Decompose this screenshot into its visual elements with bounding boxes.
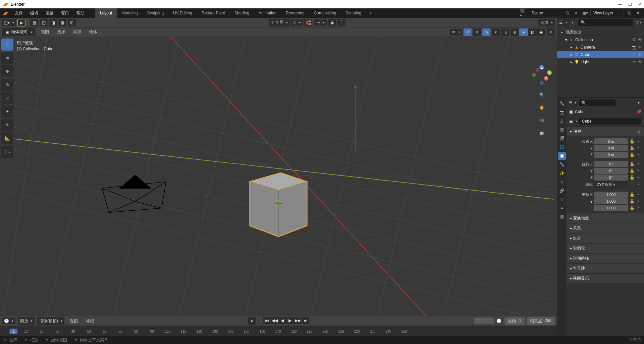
outliner-editor-selector[interactable]: ☰: [559, 19, 567, 26]
editor-type-selector[interactable]: ⬚▾: [2, 19, 16, 26]
scene-delete-button[interactable]: ✕: [573, 10, 580, 16]
proptab-viewlayer[interactable]: ▦: [558, 126, 566, 134]
pivot-point[interactable]: ⊙: [291, 19, 303, 26]
rotation-mode-field[interactable]: XYZ 欧拉: [594, 181, 628, 188]
panel-视图显示-header[interactable]: ▸ 视图显示: [567, 274, 644, 283]
overlay-settings[interactable]: ▾: [492, 28, 500, 36]
tab-texture-paint[interactable]: Texture Paint: [197, 8, 230, 18]
location-y-field[interactable]: 0 m: [594, 145, 628, 151]
timeline-keying[interactable]: 抠像(插帧): [37, 317, 64, 325]
snap-settings[interactable]: ⌐¬: [314, 19, 327, 26]
light-visibility-toggle[interactable]: 👁: [638, 60, 642, 64]
lock-rotation-x[interactable]: 🔓: [629, 162, 635, 166]
pan-gizmo-icon[interactable]: ✋: [537, 103, 546, 112]
proptab-object[interactable]: ▣: [558, 152, 566, 160]
viewlayer-delete-button[interactable]: ✕: [635, 10, 641, 16]
shading-material[interactable]: ◐: [528, 28, 537, 36]
tool-measure[interactable]: 📐: [1, 132, 13, 144]
tab-add-workspace[interactable]: +: [366, 8, 375, 18]
cube-visibility-toggle[interactable]: 👁: [638, 52, 642, 57]
play-button[interactable]: ▶: [286, 317, 294, 324]
snap-volume-icon[interactable]: ▣: [58, 19, 66, 26]
close-button[interactable]: ✕: [638, 2, 641, 7]
outliner-filter[interactable]: ▽: [635, 19, 642, 26]
menu-window[interactable]: 窗口: [58, 9, 72, 17]
timeline-editor-selector[interactable]: 🕐: [2, 318, 15, 324]
menu-help[interactable]: 帮助: [73, 9, 88, 17]
tab-modeling[interactable]: Modeling: [117, 8, 143, 18]
playhead[interactable]: 1: [10, 329, 17, 334]
tool-rotate[interactable]: ⟲: [1, 79, 13, 91]
scene-name-field[interactable]: Scene: [529, 10, 562, 16]
transform-orientation[interactable]: ⊹ 全局: [269, 19, 290, 26]
panel-关系-header[interactable]: ▸ 关系: [567, 223, 644, 233]
timeline-playback[interactable]: 回放: [18, 317, 35, 325]
rotation-x-field[interactable]: 0°: [594, 161, 628, 167]
jump-start-button[interactable]: ⏮: [263, 317, 271, 324]
auto-key-toggle[interactable]: ●: [248, 317, 256, 325]
minimize-button[interactable]: —: [618, 2, 622, 7]
scale-z-field[interactable]: 1.000: [594, 205, 628, 211]
start-frame-field[interactable]: 起始1: [504, 317, 525, 325]
panel-变换增量-header[interactable]: ▸ 变换增量: [567, 213, 644, 223]
end-frame-field[interactable]: 结束点250: [527, 317, 555, 325]
proptab-texture[interactable]: ▦: [558, 213, 566, 221]
lock-scale-y[interactable]: 🔓: [629, 199, 635, 204]
tool-select-box[interactable]: ⬚: [1, 39, 13, 51]
proptab-data[interactable]: ▽: [558, 195, 566, 203]
collection-visibility-toggle[interactable]: 👁: [638, 38, 642, 42]
tree-collection[interactable]: ▾ ▫ Collection ☑👁: [557, 36, 644, 44]
panel-运动路径-header[interactable]: ▸ 运动路径: [567, 254, 644, 263]
viewport-3d[interactable]: 用户透视 (1) Collection | Cube ⬚ ⊕ ✥ ⟲ ⤢ ✦ ✎…: [0, 37, 557, 316]
zoom-gizmo-icon[interactable]: 🔍: [537, 90, 546, 99]
tab-rendering[interactable]: Rendering: [281, 8, 309, 18]
snap-face-icon[interactable]: ◨: [49, 19, 57, 26]
menu-add[interactable]: 添加: [70, 28, 84, 36]
viewlayer-new-button[interactable]: ⎘: [626, 10, 633, 16]
snap-toggle[interactable]: 🧲: [304, 19, 312, 26]
timeline-ruler[interactable]: 1 11020304050607080901001101201301401501…: [0, 326, 557, 336]
tool-scale[interactable]: ⤢: [1, 92, 13, 104]
tool-cursor[interactable]: ⊕: [1, 52, 13, 64]
scale-x-field[interactable]: 1.000: [594, 192, 628, 198]
tab-shading[interactable]: Shading: [230, 8, 254, 18]
camera-visibility-toggle[interactable]: 👁: [638, 45, 642, 50]
snap-vertex-icon[interactable]: ▦: [30, 19, 38, 26]
shading-settings[interactable]: ▾: [547, 28, 555, 36]
camera-view-icon[interactable]: 📹: [537, 116, 546, 125]
timeline-marker[interactable]: 标记: [83, 317, 97, 325]
timeline-view[interactable]: 视图: [67, 317, 80, 325]
tree-camera[interactable]: ▸ ▲ Camera 📷 👁: [557, 44, 644, 51]
tab-animation[interactable]: Animation: [254, 8, 281, 18]
maximize-button[interactable]: ☐: [628, 2, 632, 7]
object-mode-selector[interactable]: ▣ 物体模式: [2, 28, 36, 36]
shading-rendered[interactable]: ◉: [537, 28, 545, 36]
lock-scale-x[interactable]: 🔓: [629, 192, 635, 197]
visibility-filter[interactable]: 👁: [450, 29, 462, 36]
menu-edit[interactable]: 编辑: [27, 9, 42, 17]
rotation-z-field[interactable]: 0°: [594, 175, 628, 181]
outliner-search[interactable]: 🔍: [578, 19, 633, 26]
proptab-scene[interactable]: 🎬: [558, 134, 566, 142]
panel-transform-header[interactable]: ▾ 变换⠿: [567, 127, 644, 136]
datablock-name-field[interactable]: Cube: [579, 118, 641, 125]
pin-icon[interactable]: 📌: [636, 110, 641, 114]
proptab-render[interactable]: 📷: [558, 108, 566, 116]
tab-sculpting[interactable]: Sculpting: [143, 8, 168, 18]
viewlayer-name-field[interactable]: View Layer: [590, 10, 624, 16]
lock-location-y[interactable]: 🔓: [629, 146, 635, 150]
panel-集合-header[interactable]: ▸ 集合: [567, 233, 644, 243]
menu-view[interactable]: 视图: [38, 28, 52, 36]
menu-select[interactable]: 选择: [54, 28, 68, 36]
proptab-output[interactable]: 🖨: [558, 117, 566, 125]
datablock-browse[interactable]: ▣: [569, 118, 577, 125]
properties-editor-selector[interactable]: ☰: [569, 99, 577, 107]
proptab-constraints[interactable]: 🔗: [558, 187, 566, 195]
gizmo-toggle[interactable]: ↗: [464, 28, 472, 36]
proptab-tool[interactable]: 🔧: [558, 99, 566, 108]
scene-browse-icon[interactable]: 🎬▾: [520, 10, 527, 16]
proptab-particles[interactable]: ✨: [558, 169, 566, 177]
viewlayer-browse-icon[interactable]: ▦▾: [582, 10, 588, 16]
current-frame-field[interactable]: 1: [474, 318, 494, 324]
lock-rotation-y[interactable]: 🔓: [629, 168, 635, 173]
